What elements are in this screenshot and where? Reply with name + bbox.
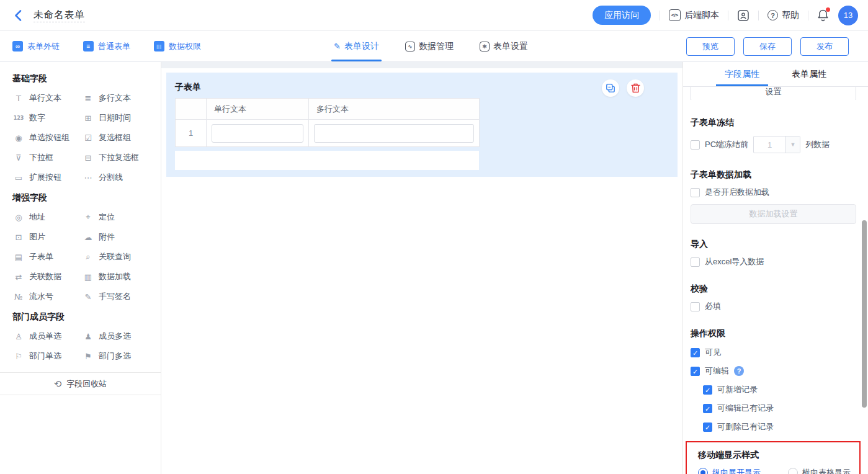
- form-design-icon: ✎: [334, 42, 341, 51]
- visible-label: 可见: [705, 347, 721, 358]
- palette-item-image[interactable]: ⊡图片: [12, 227, 82, 247]
- copy-field-button[interactable]: [602, 79, 619, 97]
- vertical-scrollbar-thumb[interactable]: [862, 220, 867, 408]
- app-access-button[interactable]: 应用访问: [593, 6, 651, 25]
- textarea-icon: ≣: [82, 94, 94, 103]
- enable-dataload-label: 是否开启数据加载: [705, 187, 769, 198]
- palette-item-select[interactable]: ⊽下拉框: [12, 148, 82, 168]
- help-button[interactable]: ? 帮助: [767, 10, 799, 21]
- form-external-link-button[interactable]: ∞ 表单外链: [12, 41, 60, 52]
- palette-item-department-single[interactable]: ⚐部门单选: [12, 346, 82, 366]
- palette-item-single-line-text[interactable]: T单行文本: [12, 88, 82, 108]
- palette-item-attachment[interactable]: ☁附件: [82, 227, 151, 247]
- palette-item-related-query[interactable]: ⌕关联查询: [82, 247, 151, 267]
- palette-item-radio-group[interactable]: ◉单选按钮组: [12, 128, 82, 148]
- dataload-settings-button[interactable]: 数据加载设置: [691, 204, 856, 224]
- tab-form-settings[interactable]: ✱ 表单设置: [480, 31, 528, 61]
- notification-dot: [826, 7, 830, 12]
- publish-button[interactable]: 发布: [800, 37, 849, 56]
- preview-button[interactable]: 预览: [686, 37, 735, 56]
- data-permission-button[interactable]: ||| 数据权限: [154, 41, 201, 52]
- palette-item-data-load[interactable]: ▥数据加载: [82, 267, 151, 287]
- section-enhanced-fields: 增强字段: [12, 191, 161, 203]
- backend-script-button[interactable]: </> 后端脚本: [669, 9, 719, 21]
- canvas-top-strip: [161, 62, 682, 68]
- code-icon: </>: [669, 9, 681, 21]
- palette-item-label: 关联查询: [99, 251, 131, 262]
- palette-item-multi-select[interactable]: ⊟下拉复选框: [82, 148, 151, 168]
- can-delete-record-checkbox[interactable]: [703, 423, 712, 432]
- palette-item-divider[interactable]: ⋯分割线: [82, 168, 151, 187]
- palette-item-extend-button[interactable]: ▭扩展按钮: [12, 168, 82, 187]
- single-line-text-input[interactable]: [212, 124, 303, 143]
- department-icon: ⚐: [12, 352, 25, 361]
- excel-import-label: 从excel导入数据: [705, 256, 764, 267]
- form-design-canvas[interactable]: 子表单 单行文本 多行文本: [161, 62, 682, 474]
- tab-form-design[interactable]: ✎ 表单设计: [334, 31, 379, 61]
- editable-checkbox[interactable]: [691, 367, 700, 376]
- palette-item-related-data[interactable]: ⇄关联数据: [12, 267, 82, 287]
- can-add-record-checkbox[interactable]: [703, 385, 712, 395]
- subform-table: 单行文本 多行文本 1: [175, 98, 480, 147]
- radio-horizontal-display[interactable]: 横向表格显示: [788, 467, 851, 474]
- tab-data-management[interactable]: ∿ 数据管理: [405, 31, 454, 61]
- text-icon: T: [12, 94, 25, 103]
- horizontal-display-label: 横向表格显示: [802, 467, 851, 474]
- form-toolbar: ∞ 表单外链 ≡ 普通表单 ||| 数据权限 ✎ 表单设计 ∿ 数据管理 ✱ 表…: [0, 31, 868, 62]
- palette-item-serial-number[interactable]: №流水号: [12, 287, 82, 306]
- required-checkbox[interactable]: [691, 302, 700, 311]
- palette-item-member-multi[interactable]: ♟成员多选: [82, 326, 151, 346]
- freeze-column-select[interactable]: 1 ▼: [753, 136, 800, 153]
- field-recycle-bin-button[interactable]: ⟲ 字段回收站: [0, 372, 161, 395]
- radio-selected-icon: [698, 468, 708, 474]
- divider: [758, 11, 759, 20]
- palette-item-label: 多行文本: [99, 92, 131, 104]
- document-icon: ≡: [83, 41, 94, 51]
- palette-item-department-multi[interactable]: ⚑部门多选: [82, 346, 151, 366]
- palette-item-address[interactable]: ◎地址: [12, 207, 82, 227]
- tab-form-properties[interactable]: 表单属性: [792, 62, 826, 86]
- settings-button[interactable]: 设置: [691, 87, 856, 100]
- enable-dataload-checkbox[interactable]: [691, 188, 700, 197]
- visible-checkbox[interactable]: [691, 348, 700, 357]
- pc-freeze-checkbox[interactable]: [691, 140, 700, 150]
- excel-import-checkbox[interactable]: [691, 257, 700, 267]
- palette-item-number[interactable]: 123数字: [12, 108, 82, 128]
- notification-bell-button[interactable]: [817, 9, 830, 22]
- button-icon: ▭: [12, 173, 25, 182]
- tab-field-properties[interactable]: 字段属性: [725, 62, 759, 86]
- save-button[interactable]: 保存: [743, 37, 792, 56]
- form-title[interactable]: 未命名表单: [34, 9, 85, 22]
- palette-item-label: 地址: [29, 212, 45, 223]
- section-mobile-style: 移动端显示样式: [698, 449, 854, 461]
- normal-form-button[interactable]: ≡ 普通表单: [83, 41, 130, 52]
- subform-field-selected[interactable]: 子表单 单行文本 多行文本: [166, 73, 678, 177]
- palette-item-label: 扩展按钮: [29, 172, 61, 183]
- people-icon: ♟: [82, 332, 94, 341]
- table-row: 1: [176, 120, 480, 147]
- user-avatar[interactable]: 13: [838, 6, 858, 25]
- palette-item-datetime[interactable]: ⊞日期时间: [82, 108, 151, 128]
- back-button[interactable]: [10, 7, 26, 24]
- palette-item-signature[interactable]: ✎手写签名: [82, 287, 151, 306]
- contacts-button[interactable]: [737, 9, 749, 22]
- section-basic-fields: 基础字段: [12, 72, 161, 84]
- can-edit-record-checkbox[interactable]: [703, 404, 712, 413]
- palette-item-member-single[interactable]: ♙成员单选: [12, 326, 82, 346]
- delete-field-button[interactable]: [627, 79, 644, 97]
- editable-help-icon[interactable]: ?: [734, 366, 744, 376]
- form-settings-icon: ✱: [480, 42, 490, 51]
- palette-item-checkbox-group[interactable]: ☑复选框组: [82, 128, 151, 148]
- data-management-icon: ∿: [405, 42, 415, 51]
- palette-item-location[interactable]: ⌖定位: [82, 207, 151, 227]
- palette-item-label: 子表单: [29, 251, 53, 262]
- data-load-icon: ▥: [82, 272, 94, 282]
- palette-item-multi-line-text[interactable]: ≣多行文本: [82, 88, 151, 108]
- signature-icon: ✎: [82, 292, 94, 302]
- departments-icon: ⚑: [82, 352, 94, 361]
- mobile-style-highlight-box: 移动端显示样式 纵向展开显示 横向表格显示: [686, 441, 861, 474]
- radio-vertical-display[interactable]: 纵向展开显示: [698, 467, 761, 474]
- multi-line-text-input[interactable]: [314, 124, 474, 143]
- palette-item-subform[interactable]: ▤子表单: [12, 247, 82, 267]
- palette-item-label: 流水号: [29, 291, 53, 302]
